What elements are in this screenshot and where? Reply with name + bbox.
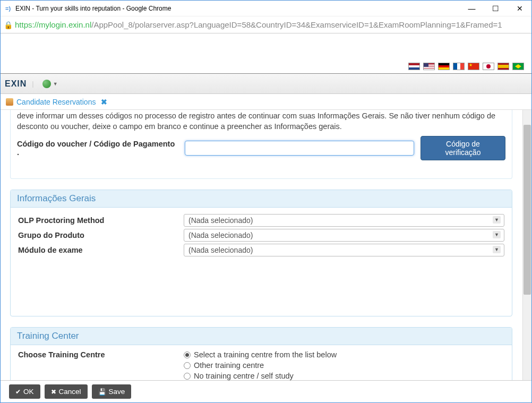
flag-jp[interactable] <box>483 63 494 70</box>
label-exam-module: Módulo de exame <box>18 246 184 254</box>
panel-general-info: Informações Gerais OLP Proctoring Method… <box>10 190 512 316</box>
tab-candidate-reservations[interactable]: Candidate Reservations ✖ <box>6 98 107 106</box>
panel-header-general: Informações Gerais <box>11 190 512 208</box>
cancel-button[interactable]: ✖Cancel <box>45 384 88 399</box>
tab-bar: Candidate Reservations ✖ <box>1 94 531 110</box>
titlebar: =) EXIN - Turn your skills into reputati… <box>1 1 531 16</box>
radio-label: No training centre / self study <box>194 372 294 380</box>
radio-from-list[interactable]: Select a training centre from the list b… <box>184 350 504 359</box>
select-proctoring-method[interactable]: (Nada selecionado) <box>184 214 504 227</box>
url-path: /AppPool_8/polarserver.asp?LanguageID=58… <box>91 20 502 29</box>
app-icon: =) <box>4 4 12 13</box>
exin-logo: EXIN <box>5 79 27 89</box>
radio-icon <box>184 351 191 358</box>
save-icon: 💾 <box>98 388 106 396</box>
radio-other-centre[interactable]: Other training centre <box>184 361 504 370</box>
check-icon: ✔ <box>15 388 21 396</box>
minimize-button[interactable]: — <box>460 1 484 16</box>
lock-icon: 🔒 <box>4 21 13 29</box>
url-host: https://mylogin.exin.nl <box>15 20 91 29</box>
flag-cn[interactable] <box>468 63 479 70</box>
radio-label: Select a training centre from the list b… <box>194 350 337 359</box>
voucher-input[interactable] <box>185 141 414 156</box>
flag-nl[interactable] <box>408 63 420 70</box>
radio-no-centre[interactable]: No training centre / self study <box>184 372 504 380</box>
globe-icon <box>42 80 51 88</box>
flag-es[interactable] <box>497 63 509 70</box>
panel-header-training: Training Center <box>11 328 512 345</box>
radio-icon <box>184 362 191 369</box>
verify-code-button[interactable]: Código de verificação <box>421 136 505 160</box>
select-exam-module[interactable]: (Nada selecionado) <box>184 244 504 256</box>
address-bar[interactable]: 🔒 https://mylogin.exin.nl/AppPool_8/pola… <box>1 16 531 33</box>
vertical-scrollbar[interactable] <box>522 110 531 380</box>
language-globe-dropdown[interactable]: ▼ <box>39 78 61 90</box>
ok-button[interactable]: ✔OK <box>9 384 40 399</box>
close-button[interactable]: ✕ <box>508 1 531 16</box>
content-area: deve informar um desses códigos no proce… <box>1 110 531 380</box>
tab-label: Candidate Reservations <box>16 98 96 106</box>
flag-fr[interactable] <box>453 63 465 70</box>
save-button[interactable]: 💾Save <box>92 384 132 399</box>
label-choose-training-centre: Choose Training Centre <box>18 350 184 359</box>
flag-us[interactable] <box>423 63 435 70</box>
close-icon: ✖ <box>51 388 56 396</box>
language-flag-row <box>1 33 531 74</box>
window-title: EXIN - Turn your skills into reputation … <box>15 5 460 12</box>
select-product-group[interactable]: (Nada selecionado) <box>184 229 504 242</box>
main-toolbar: EXIN | ▼ <box>1 74 531 94</box>
flag-br[interactable] <box>512 63 524 70</box>
user-icon <box>6 98 13 106</box>
chevron-down-icon: ▼ <box>53 81 58 87</box>
flag-de[interactable] <box>438 63 450 70</box>
action-bar: ✔OK ✖Cancel 💾Save <box>1 380 531 402</box>
label-product-group: Grupo do Produto <box>18 231 184 239</box>
tab-close-icon[interactable]: ✖ <box>101 98 107 106</box>
radio-icon <box>184 373 191 380</box>
panel-training-center: Training Center Choose Training Centre S… <box>10 327 512 380</box>
intro-text: deve informar um desses códigos no proce… <box>17 110 505 132</box>
voucher-label: Código do voucher / Código de Pagamento … <box>17 140 178 157</box>
label-proctoring-method: OLP Proctoring Method <box>18 216 184 225</box>
radio-label: Other training centre <box>194 361 264 370</box>
scrollbar-thumb[interactable] <box>524 125 531 295</box>
maximize-button[interactable]: ☐ <box>484 1 508 16</box>
